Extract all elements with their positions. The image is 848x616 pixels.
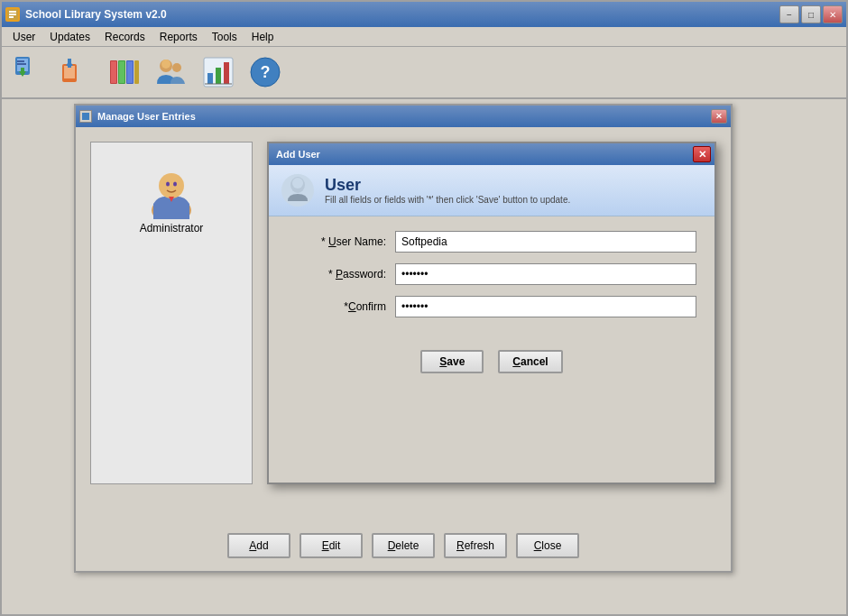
- svg-rect-3: [9, 16, 14, 18]
- close-dialog-button[interactable]: Close: [516, 533, 579, 558]
- svg-rect-19: [127, 61, 133, 83]
- confirm-row: *Confirm: [287, 296, 696, 317]
- title-bar-controls: − □ ✕: [779, 5, 843, 23]
- svg-rect-1: [9, 11, 16, 13]
- menu-bar: User Updates Records Reports Tools Help: [2, 27, 846, 47]
- add-button[interactable]: Add: [227, 533, 290, 558]
- books-icon: [107, 55, 142, 89]
- upload-icon: [60, 55, 95, 89]
- add-user-dialog: Add User ✕: [267, 142, 716, 484]
- svg-rect-11: [64, 66, 75, 78]
- toolbar-help-button[interactable]: ?: [244, 51, 287, 94]
- confirm-input[interactable]: [395, 296, 696, 317]
- svg-rect-31: [82, 113, 89, 120]
- menu-records[interactable]: Records: [97, 29, 152, 45]
- maximize-button[interactable]: □: [801, 5, 821, 23]
- manage-dialog-body: Administrator Add User ✕: [76, 127, 731, 524]
- app-icon: [5, 7, 20, 22]
- add-user-title: Add User: [272, 149, 320, 160]
- title-bar: School Library System v2.0 − □ ✕: [2, 2, 846, 27]
- save-button[interactable]: Save: [420, 350, 484, 373]
- toolbar-download-button[interactable]: [9, 51, 52, 94]
- download-icon: [14, 55, 48, 89]
- add-user-title-bar: Add User ✕: [269, 143, 714, 165]
- user-avatar: [144, 161, 198, 215]
- toolbar-upload-button[interactable]: [56, 51, 99, 94]
- manage-dialog-icon: [79, 110, 92, 123]
- svg-rect-25: [207, 73, 213, 84]
- svg-point-22: [161, 60, 171, 69]
- main-window: School Library System v2.0 − □ ✕ User Up…: [0, 0, 848, 616]
- svg-point-33: [159, 173, 184, 198]
- svg-rect-9: [21, 68, 24, 75]
- password-row: * Password:: [287, 263, 696, 285]
- toolbar: ?: [2, 47, 846, 99]
- menu-reports[interactable]: Reports: [152, 29, 205, 45]
- add-user-header-subtitle: Fill all fields or fields with '*' then …: [325, 195, 570, 205]
- menu-user[interactable]: User: [5, 29, 42, 45]
- manage-title-bar: Manage User Entries ✕: [76, 106, 731, 127]
- manage-title-left: Manage User Entries: [79, 110, 196, 123]
- menu-help[interactable]: Help: [244, 29, 281, 45]
- add-user-form: * User Name: * Password:: [269, 216, 714, 343]
- avatar-svg: [144, 161, 198, 219]
- manage-dialog-title: Manage User Entries: [97, 111, 196, 122]
- refresh-button[interactable]: Refresh: [444, 533, 507, 558]
- svg-rect-2: [9, 14, 16, 15]
- edit-button[interactable]: Edit: [300, 533, 363, 558]
- add-user-header-icon: [281, 174, 314, 207]
- minimize-button[interactable]: −: [779, 5, 799, 23]
- toolbar-users-button[interactable]: [150, 51, 193, 94]
- title-bar-left: School Library System v2.0: [5, 7, 167, 22]
- add-user-buttons: Save Cancel: [269, 343, 714, 388]
- cancel-button[interactable]: Cancel: [498, 350, 562, 373]
- help-icon: ?: [248, 55, 282, 89]
- add-user-header-title: User: [325, 176, 570, 195]
- menu-tools[interactable]: Tools: [205, 29, 244, 45]
- menu-updates[interactable]: Updates: [42, 29, 97, 45]
- add-user-header: User Fill all fields or fields with '*' …: [269, 165, 714, 216]
- chart-icon: [201, 55, 235, 89]
- username-row: * User Name:: [287, 231, 696, 253]
- svg-point-37: [292, 178, 303, 188]
- manage-close-button[interactable]: ✕: [711, 109, 727, 124]
- toolbar-books-button[interactable]: [103, 51, 146, 94]
- manage-user-entries-dialog: Manage User Entries ✕: [74, 104, 733, 573]
- password-input[interactable]: [395, 263, 696, 285]
- confirm-label: *Confirm: [287, 300, 395, 313]
- svg-text:?: ?: [261, 63, 271, 81]
- app-title: School Library System v2.0: [25, 8, 167, 21]
- svg-rect-13: [68, 59, 71, 68]
- manage-footer: Add Edit Delete Refresh Close: [76, 524, 731, 571]
- add-user-header-text: User Fill all fields or fields with '*' …: [325, 176, 570, 205]
- svg-rect-20: [134, 60, 139, 84]
- delete-button[interactable]: Delete: [372, 533, 435, 558]
- svg-rect-6: [17, 60, 24, 62]
- toolbar-chart-button[interactable]: [197, 51, 240, 94]
- svg-rect-17: [119, 61, 124, 83]
- user-list-area: Administrator: [90, 142, 253, 484]
- svg-rect-26: [216, 68, 221, 84]
- svg-rect-27: [224, 62, 229, 84]
- password-label: * Password:: [287, 268, 395, 280]
- close-button[interactable]: ✕: [823, 5, 843, 23]
- svg-point-35: [173, 182, 177, 187]
- user-name: Administrator: [140, 222, 204, 234]
- svg-rect-7: [17, 63, 26, 65]
- users-icon: [154, 55, 189, 89]
- username-input[interactable]: [395, 231, 696, 253]
- content-area: SOFTPEDIA Manage User Entries ✕: [2, 99, 846, 614]
- add-user-close-button[interactable]: ✕: [693, 146, 711, 162]
- username-label: * User Name:: [287, 235, 395, 248]
- svg-point-23: [172, 63, 181, 72]
- svg-point-34: [166, 182, 170, 187]
- svg-rect-15: [111, 61, 116, 83]
